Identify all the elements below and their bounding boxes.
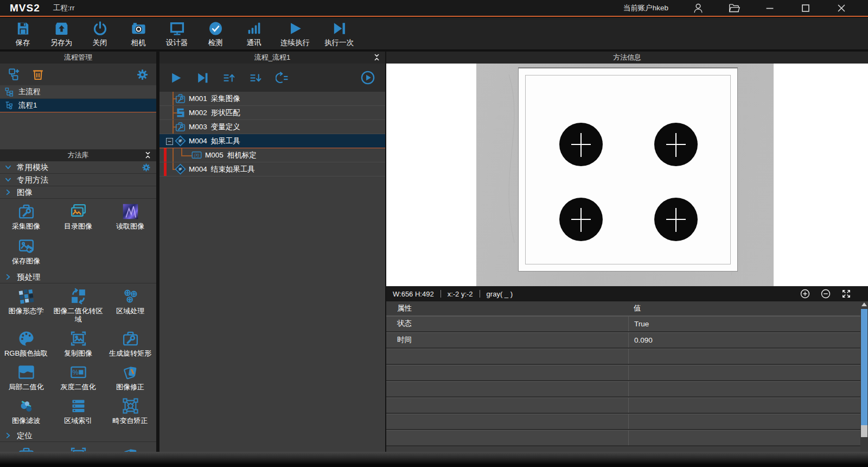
property-table-header: 属性 值 [386, 301, 860, 316]
method-item[interactable]: 目录图像 [52, 201, 104, 236]
region-gears-icon [120, 286, 140, 306]
table-row[interactable] [386, 397, 860, 414]
method-item[interactable] [0, 445, 52, 452]
flow-manager-empty-area [0, 112, 156, 149]
mesh-grid-icon [120, 396, 140, 415]
mvs2-window: MVS2 工程:rr 当前账户hkeb 保存 另存为 关闭 相机 [0, 0, 868, 467]
group-image[interactable]: 图像 [0, 186, 156, 199]
run-once-button[interactable]: 执行一次 [324, 20, 354, 48]
method-item[interactable] [52, 445, 104, 452]
method-item[interactable]: 图像形态学 [0, 286, 52, 329]
table-row[interactable] [386, 381, 860, 397]
method-item[interactable]: 读取图像 [104, 201, 156, 236]
method-item[interactable]: 复制图像 [52, 329, 104, 362]
flow-node-m004-endif[interactable]: IF M004 结束如果工具 [159, 162, 385, 176]
section-common-modules[interactable]: 常用模块 [0, 161, 156, 174]
run-circle-button[interactable] [360, 70, 375, 85]
calibration-dot [559, 123, 603, 166]
flow-node-m002[interactable]: M002 形状匹配 [159, 106, 385, 120]
image-size-label: W:656 H:492 [393, 290, 434, 298]
designer-button[interactable]: 设计器 [165, 20, 189, 48]
flow-node-m005[interactable]: (X) M005 相机标定 [159, 148, 385, 162]
run-flow-button[interactable] [169, 71, 183, 85]
flow-node-m003[interactable]: M003 变量定义 [159, 120, 385, 134]
method-item[interactable]: 畸变自矫正 [104, 396, 156, 430]
close-button[interactable] [835, 2, 847, 14]
method-item[interactable]: % 灰度二值化 [52, 362, 104, 396]
scrollbar-thumb[interactable] [861, 309, 867, 425]
fit-screen-icon[interactable] [841, 288, 852, 299]
flow-node-m001[interactable]: M001 采集图像 [159, 92, 385, 106]
tilted-cards-icon [120, 445, 140, 452]
maximize-button[interactable] [800, 2, 812, 14]
tilted-cards-icon [120, 362, 140, 382]
monitor-icon [169, 20, 186, 37]
run-continuous-button[interactable]: 连续执行 [280, 20, 310, 48]
method-item[interactable]: 局部二值化 [0, 362, 52, 396]
gear-icon[interactable] [142, 163, 151, 172]
folder-icon[interactable] [728, 2, 740, 14]
divider [441, 290, 441, 298]
image-thumb-icon [120, 201, 140, 221]
table-row[interactable]: 时间 0.090 [386, 332, 860, 349]
move-down-button[interactable] [249, 71, 263, 85]
method-item[interactable]: RGB颜色抽取 [0, 329, 52, 362]
method-item[interactable]: 区域索引 [52, 396, 104, 430]
group-locate[interactable]: 定位 [0, 430, 156, 442]
method-item[interactable] [104, 445, 156, 452]
save-as-button[interactable]: 另存为 [49, 20, 73, 48]
column-value: 值 [628, 301, 860, 315]
flow-item-main[interactable]: 主流程 [0, 85, 156, 99]
table-row[interactable] [386, 349, 860, 365]
method-item[interactable]: 区域处理 [104, 286, 156, 329]
table-row[interactable] [386, 430, 860, 446]
move-up-button[interactable] [222, 71, 236, 85]
calibration-dot [654, 198, 698, 241]
method-item[interactable]: 图像滤波 [0, 396, 52, 430]
gear-icon[interactable] [136, 68, 149, 81]
method-info-panel: 方法信息 W:656 H:492 x:-2 y:-2 [386, 52, 868, 452]
flow-node-m004-if[interactable]: IF M004 如果工具 [159, 134, 385, 148]
collapse-icon[interactable] [373, 53, 381, 61]
loop-button[interactable] [276, 71, 289, 85]
add-flow-icon[interactable] [8, 67, 22, 81]
method-info-title: 方法信息 [613, 53, 641, 62]
table-row[interactable] [386, 365, 860, 381]
preprocess-method-grid: 图像形态学 图像二值化转区域 区域处理 RGB颜色抽取 复制图像 生成旋转矩形 [0, 283, 156, 430]
camera-button[interactable]: 相机 [126, 20, 150, 48]
flow-tree-icon [4, 87, 14, 97]
svg-text:(X): (X) [194, 153, 199, 157]
check-circle-icon [207, 20, 224, 37]
trash-icon[interactable] [31, 68, 44, 81]
user-icon[interactable] [692, 2, 704, 14]
step-flow-button[interactable] [196, 71, 209, 85]
minimize-button[interactable] [764, 2, 776, 14]
zoom-in-icon[interactable] [800, 288, 810, 299]
wave-image-icon [16, 362, 36, 382]
tree-collapse-toggle[interactable]: − [166, 138, 173, 145]
method-item[interactable]: 保存图像 [0, 236, 52, 271]
method-item[interactable]: 图像二值化转区域 [52, 286, 104, 329]
group-preprocess[interactable]: 预处理 [0, 271, 156, 283]
table-row[interactable] [386, 414, 860, 430]
vertical-scrollbar[interactable] [860, 301, 868, 452]
detect-button[interactable]: 检测 [203, 20, 227, 48]
calibration-card-border [525, 75, 731, 264]
method-item[interactable]: 采集图像 [0, 201, 52, 236]
briefcase-wrench-icon [16, 445, 36, 452]
scroll-up-arrow[interactable] [861, 302, 867, 306]
close-project-button[interactable]: 关闭 [88, 20, 112, 48]
account-label: 当前账户hkeb [623, 3, 668, 13]
image-viewport[interactable] [386, 64, 868, 286]
flow-item-flow1[interactable]: 流程1 [0, 99, 156, 112]
communication-button[interactable]: 通讯 [242, 20, 266, 48]
table-row[interactable]: 状态 True [386, 316, 860, 332]
method-item[interactable]: 图像修正 [104, 362, 156, 396]
collapse-icon[interactable] [144, 151, 152, 159]
save-button[interactable]: 保存 [11, 20, 35, 48]
titlebar: MVS2 工程:rr 当前账户hkeb [0, 0, 868, 17]
section-special-methods[interactable]: 专用方法 [0, 174, 156, 186]
method-item[interactable]: 生成旋转矩形 [104, 329, 156, 362]
divider [480, 290, 480, 298]
zoom-out-icon[interactable] [820, 288, 831, 299]
